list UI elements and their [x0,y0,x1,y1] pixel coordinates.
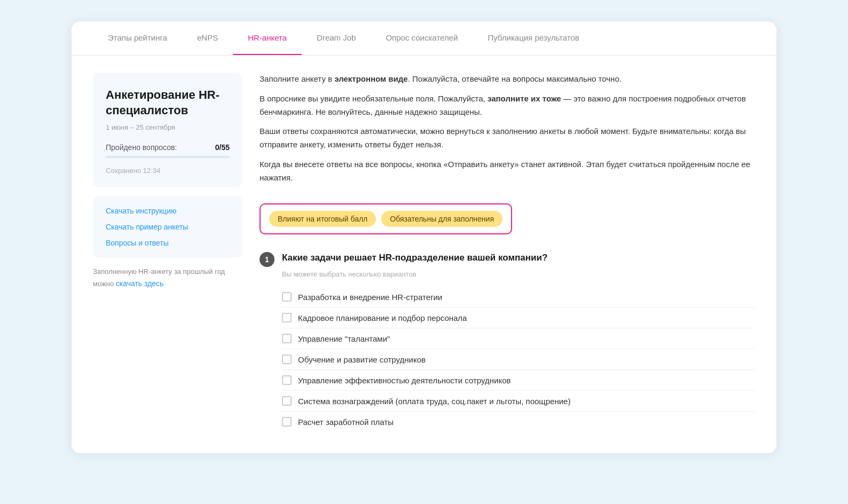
option-4[interactable]: Обучение и развитие сотрудников [282,349,755,370]
option-label-5: Управление эффективностью деятельности с… [298,376,511,385]
link-download-instruction[interactable]: Скачать инструкцию [106,207,230,215]
sidebar: Анкетирование HR-специалистов 1 июня – 2… [93,73,242,432]
option-5[interactable]: Управление эффективностью деятельности с… [282,370,755,391]
checkbox-2[interactable] [282,313,292,322]
checkbox-1[interactable] [282,292,292,302]
info-para-2: В опроснике вы увидите необязательные по… [260,92,755,119]
sidebar-saved: Сохранено 12:34 [106,167,230,175]
progress-bar-track [106,156,230,158]
tab-publikaciya[interactable]: Публикация результатов [473,21,594,55]
tab-hr-anketa[interactable]: HR-анкета [233,21,302,55]
question-number: 1 [260,252,274,267]
info-para-3: Ваши ответы сохраняются автоматически, м… [260,125,755,152]
option-label-3: Управление "талантами" [298,334,390,343]
sidebar-progress-label: Пройдено вопросов: 0/55 [106,143,230,152]
main-card: Этапы рейтинга eNPS HR-анкета Dream Job … [72,21,776,453]
checkbox-3[interactable] [282,334,292,343]
option-2[interactable]: Кадровое планирование и подбор персонала [282,308,755,328]
option-label-7: Расчет заработной платы [298,418,394,427]
checkbox-7[interactable] [282,417,292,427]
badge-required: Обязательны для заполнения [381,211,502,227]
info-para-1: Заполните анкету в электронном виде. Пож… [260,73,755,86]
sidebar-progress-text: Пройдено вопросов: [106,143,177,152]
legend-container: Влияют на итоговый балл Обязательны для … [260,203,512,234]
question-header: 1 Какие задачи решает HR-подразделение в… [260,251,755,267]
tab-dream-job[interactable]: Dream Job [302,21,371,55]
checkbox-5[interactable] [282,375,292,385]
sidebar-info-box: Анкетирование HR-специалистов 1 июня – 2… [93,73,242,187]
info-para-4: Когда вы внесете ответы на все вопросы, … [260,158,755,185]
tab-etapy[interactable]: Этапы рейтинга [93,21,182,55]
option-3[interactable]: Управление "талантами" [282,328,755,349]
sidebar-title: Анкетирование HR-специалистов [106,88,230,118]
question-title: Какие задачи решает HR-подразделение ваш… [282,251,547,264]
badge-score: Влияют на итоговый балл [269,211,376,227]
sidebar-progress-value: 0/55 [215,143,230,152]
main-content: Заполните анкету в электронном виде. Пож… [260,73,755,432]
option-6[interactable]: Система вознаграждений (оплата труда, со… [282,391,755,412]
question-hint: Вы можете выбрать несколько вариантов [282,270,755,278]
option-label-6: Система вознаграждений (оплата труда, со… [298,397,570,406]
checkbox-4[interactable] [282,355,292,364]
sidebar-links-box: Скачать инструкцию Скачать пример анкеты… [93,196,242,258]
option-label-2: Кадровое планирование и подбор персонала [298,313,467,322]
tab-enps[interactable]: eNPS [182,21,233,55]
option-1[interactable]: Разработка и внедрение HR-стратегии [282,287,755,308]
link-download-example[interactable]: Скачать пример анкеты [106,223,230,231]
option-label-1: Разработка и внедрение HR-стратегии [298,293,442,302]
link-download-last-year[interactable]: скачать здесь [116,279,164,288]
question-block: 1 Какие задачи решает HR-подразделение в… [260,251,755,432]
option-7[interactable]: Расчет заработной платы [282,412,755,432]
sidebar-note: Заполненную HR-анкету за прошлый год мож… [93,266,242,290]
link-faq[interactable]: Вопросы и ответы [106,239,230,247]
options-list: Разработка и внедрение HR-стратегии Кадр… [282,287,755,432]
checkbox-6[interactable] [282,396,292,406]
option-label-4: Обучение и развитие сотрудников [298,355,426,364]
tab-opros[interactable]: Опрос соискателей [371,21,473,55]
tabs-bar: Этапы рейтинга eNPS HR-анкета Dream Job … [72,21,776,56]
content-area: Анкетирование HR-специалистов 1 июня – 2… [72,56,776,453]
sidebar-date: 1 июня – 25 сентября [106,123,230,131]
